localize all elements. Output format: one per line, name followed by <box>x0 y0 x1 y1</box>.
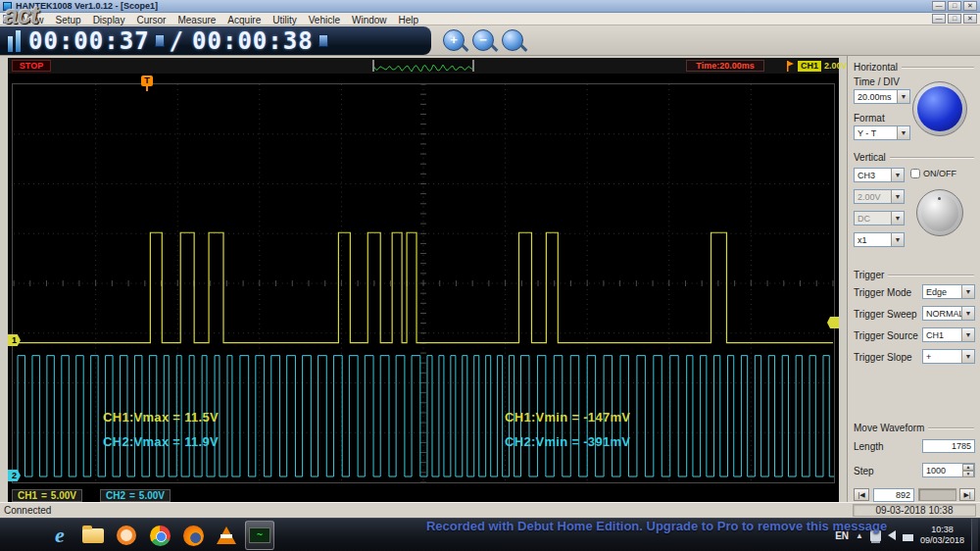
minimize-button[interactable]: — <box>932 1 946 11</box>
chevron-down-icon[interactable]: ▼ <box>891 169 904 181</box>
vertical-scale-select[interactable]: 2.00V ▼ <box>854 189 905 204</box>
chevron-down-icon[interactable]: ▼ <box>891 233 904 246</box>
format-label: Format <box>854 113 885 124</box>
connection-status: Connected <box>4 505 51 516</box>
vertical-channel-value: CH3 <box>855 171 891 180</box>
watermark-text: Recorded with Debut Home Edition. Upgrad… <box>333 519 980 533</box>
chevron-down-icon[interactable]: ▼ <box>891 212 904 225</box>
position-scrollbar[interactable] <box>918 488 956 501</box>
folder-glyph <box>82 528 104 543</box>
trigger-flag-icon <box>786 61 795 72</box>
vertical-knob[interactable] <box>916 189 963 236</box>
vlc-icon[interactable] <box>212 521 241 550</box>
trigger-mode-value: Edge <box>923 287 961 297</box>
close-button[interactable]: ✕ <box>963 1 977 11</box>
folder-icon[interactable] <box>78 521 108 550</box>
ie-icon[interactable]: e <box>45 521 74 550</box>
zoom-reset-icon[interactable] <box>502 29 523 51</box>
trigger-mode-select[interactable]: Edge ▼ <box>922 284 975 299</box>
chrome-glyph <box>150 526 171 546</box>
ch1-badge-name: CH1 <box>18 490 37 501</box>
step-value: 1000 <box>923 464 962 476</box>
time-div-value: 20.00ms <box>855 92 897 102</box>
spin-up-icon[interactable]: ▲ <box>962 464 974 471</box>
chevron-down-icon[interactable]: ▼ <box>961 285 974 298</box>
step-spinner[interactable]: 1000 ▲▼ <box>922 463 975 477</box>
trigger-slope-select[interactable]: + ▼ <box>922 349 975 364</box>
menu-help[interactable]: Help <box>393 15 425 25</box>
trigger-source-label: Trigger Source <box>854 330 918 341</box>
trigger-source-select[interactable]: CH1 ▼ <box>922 327 975 342</box>
trigger-source-badge: CH1 <box>798 61 821 72</box>
menu-window[interactable]: Window <box>346 15 393 25</box>
timer-separator: / <box>170 27 184 55</box>
format-select[interactable]: Y - T ▼ <box>854 125 910 140</box>
maximize-button[interactable]: □ <box>948 1 961 11</box>
status-datetime: 09-03-2018 10:38 <box>853 504 976 517</box>
firefox-glyph <box>183 526 204 546</box>
chevron-down-icon[interactable]: ▼ <box>961 328 974 341</box>
trigger-level-readout: 2.00V <box>824 61 848 71</box>
horizontal-section-header: Horizontal <box>854 62 974 73</box>
zoom-in-icon[interactable]: + <box>443 29 465 51</box>
timer-total: 00:00:38 <box>192 27 314 55</box>
chevron-down-icon[interactable]: ▼ <box>897 126 909 139</box>
time-div-label: Time / DIV <box>854 76 900 87</box>
chevron-down-icon[interactable]: ▼ <box>961 307 974 320</box>
toolbar: 00:00:37 / 00:00:38 + − <box>0 25 980 56</box>
move-last-button[interactable]: ▶| <box>959 488 975 501</box>
child-close-button[interactable]: ✕ <box>963 14 977 24</box>
trigger-sweep-label: Trigger Sweep <box>854 309 917 320</box>
zoom-out-icon[interactable]: − <box>472 29 494 51</box>
trigger-source-value: CH1 <box>923 330 961 340</box>
menu-display[interactable]: Display <box>87 15 131 25</box>
ch2-scale-badge: CH2 = 5.00V <box>100 489 171 502</box>
vlc-glyph <box>217 526 236 544</box>
ch2-badge-name: CH2 <box>106 490 125 501</box>
trigger-sweep-select[interactable]: NORMAL ▼ <box>922 306 975 321</box>
ch1-badge-scale: 5.00V <box>51 490 76 501</box>
media-player-icon[interactable] <box>112 521 141 550</box>
measurement-ch2-vmin: CH2:Vmin = -391mV <box>505 434 630 449</box>
chevron-down-icon[interactable]: ▼ <box>891 190 904 203</box>
menu-setup[interactable]: Setup <box>50 15 87 25</box>
ch2-badge-coupling: = <box>129 490 135 501</box>
move-waveform-section-header: Move Waveform <box>854 423 974 433</box>
child-restore-button[interactable]: □ <box>948 14 961 24</box>
application-window: HANTEK1008 Ver1.0.12 - [Scope1] — □ ✕ Vi… <box>0 0 980 551</box>
move-waveform-title: Move Waveform <box>854 423 924 433</box>
position-value: 892 <box>873 488 914 502</box>
measurement-ch1-vmin: CH1:Vmin = -147mV <box>505 410 630 425</box>
probe-value: x1 <box>855 235 891 245</box>
probe-select[interactable]: x1 ▼ <box>854 232 905 247</box>
spin-down-icon[interactable]: ▼ <box>962 471 974 477</box>
status-bar: Connected 09-03-2018 10:38 <box>0 502 980 518</box>
clock-date: 09/03/2018 <box>920 535 964 545</box>
vertical-title: Vertical <box>854 152 886 163</box>
menu-vehicle[interactable]: Vehicle <box>303 15 346 25</box>
menu-utility[interactable]: Utility <box>267 15 302 25</box>
child-minimize-button[interactable]: — <box>932 14 946 24</box>
firefox-icon[interactable] <box>178 521 208 550</box>
trigger-slope-label: Trigger Slope <box>854 352 912 363</box>
timebase-readout: Time:20.00ms <box>686 60 764 72</box>
chrome-icon[interactable] <box>145 521 174 550</box>
chevron-down-icon[interactable]: ▼ <box>897 90 909 103</box>
menu-measure[interactable]: Measure <box>172 15 221 25</box>
vertical-channel-select[interactable]: CH3 ▼ <box>854 168 905 182</box>
scope-app-icon[interactable]: ~ <box>245 521 274 550</box>
ie-glyph: e <box>55 523 65 548</box>
time-div-select[interactable]: 20.00ms ▼ <box>854 89 910 104</box>
menu-acquire[interactable]: Acquire <box>221 15 267 25</box>
trigger-slope-value: + <box>923 352 961 362</box>
move-first-button[interactable]: |◀ <box>854 488 869 501</box>
chevron-down-icon[interactable]: ▼ <box>961 350 974 363</box>
menu-cursor[interactable]: Cursor <box>130 15 172 25</box>
horizontal-knob[interactable] <box>912 81 967 136</box>
trigger-section-header: Trigger <box>854 270 974 280</box>
menu-bar: ViewSetupDisplayCursorMeasureAcquireUtil… <box>0 13 980 25</box>
horizontal-knob-face <box>917 86 962 131</box>
channel-onoff-checkbox[interactable] <box>910 169 920 178</box>
coupling-select[interactable]: DC ▼ <box>854 211 905 225</box>
trigger-position-marker[interactable]: T <box>141 75 153 86</box>
